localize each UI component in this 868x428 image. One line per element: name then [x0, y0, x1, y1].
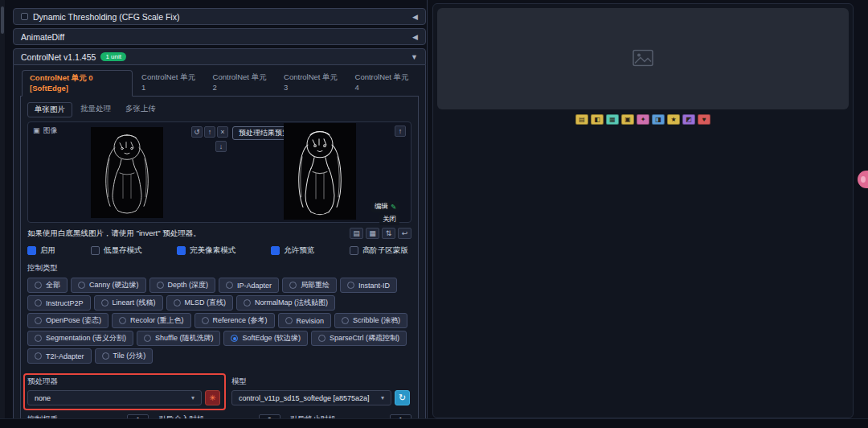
- control-type-openpose[interactable]: OpenPose (姿态): [27, 313, 108, 328]
- control-type-depth[interactable]: Depth (深度): [149, 278, 216, 293]
- tab-controlnet-unit-4[interactable]: ControlNet 单元 4: [348, 70, 417, 96]
- webcam-button[interactable]: [366, 228, 379, 239]
- allow-preview-checkbox[interactable]: 允许预览: [271, 245, 314, 256]
- control-type-instant-id[interactable]: Instant-ID: [340, 278, 397, 293]
- controlnet-unit0-panel: 单张图片 批量处理 多张上传 图像: [20, 97, 419, 428]
- control-type-normalmap[interactable]: NormalMap (法线贴图): [236, 295, 335, 311]
- puzzle-icon: [686, 117, 692, 123]
- control-type-label: 控制类型: [27, 263, 411, 274]
- tab-controlnet-unit-1[interactable]: ControlNet 单元 1: [134, 70, 203, 96]
- source-image[interactable]: [91, 127, 163, 218]
- settings-column: Dynamic Thresholding (CFG Scale Fix) ◀ A…: [13, 8, 426, 428]
- collapse-arrow-icon[interactable]: ▼: [411, 53, 418, 61]
- clear-image-button[interactable]: [217, 126, 228, 138]
- accordion-animatediff[interactable]: AnimateDiff ◀: [13, 28, 426, 45]
- result-gallery[interactable]: [437, 8, 849, 109]
- tab-batch[interactable]: 批量处理: [74, 102, 117, 117]
- refresh-icon: [399, 393, 406, 402]
- control-type-all[interactable]: 全部: [27, 278, 68, 293]
- preprocessor-value: none: [35, 394, 191, 402]
- upload-preview-button[interactable]: [395, 126, 406, 137]
- spark-icon: [209, 394, 215, 402]
- save-image-button[interactable]: [591, 114, 604, 125]
- tab-controlnet-unit-0[interactable]: ControlNet 单元 0 [SoftEdge]: [22, 70, 133, 97]
- revert-button[interactable]: [398, 228, 411, 239]
- mirror-webcam-button[interactable]: [382, 228, 395, 239]
- control-type-scribble[interactable]: Scribble (涂鸦): [334, 313, 407, 328]
- pixel-perfect-checkbox[interactable]: 完美像素模式: [177, 245, 235, 256]
- control-type-t2i-adapter[interactable]: T2I-Adapter: [27, 348, 92, 364]
- revert-icon: [402, 230, 408, 237]
- run-preprocessor-button[interactable]: [205, 390, 220, 405]
- fullscreen-button[interactable]: [204, 126, 215, 138]
- enable-checkbox[interactable]: 启用: [27, 245, 55, 256]
- model-value: control_v11p_sd15_softedge [a8575a2a]: [239, 394, 381, 402]
- control-type-mlsd[interactable]: MLSD (直线): [166, 295, 234, 311]
- discard-image-button[interactable]: [698, 114, 710, 125]
- control-type-softedge[interactable]: SoftEdge (软边缘): [223, 331, 308, 346]
- controlnet-unit-tabs: ControlNet 单元 0 [SoftEdge] ControlNet 单元…: [20, 70, 419, 97]
- app-root: Dynamic Thresholding (CFG Scale Fix) ◀ A…: [0, 0, 868, 428]
- save-zip-button[interactable]: [606, 114, 619, 125]
- control-type-tile[interactable]: Tile (分块): [95, 348, 154, 364]
- close-preview-button[interactable]: 关闭: [379, 214, 399, 225]
- close-label: 关闭: [383, 215, 396, 224]
- accordion-title: ControlNet v1.1.455: [21, 52, 96, 62]
- result-action-buttons: [433, 114, 853, 125]
- model-group: 模型 control_v11p_sd15_softedge [a8575a2a]: [231, 377, 410, 405]
- send-to-upscale-button[interactable]: [667, 114, 680, 125]
- control-type-instructp2p[interactable]: InstructP2P: [27, 295, 91, 311]
- accordion-controlnet[interactable]: ControlNet v1.1.455 1 unit ▼: [13, 48, 426, 65]
- upload-icon: [399, 128, 403, 135]
- controlnet-panel: ControlNet 单元 0 [SoftEdge] ControlNet 单元…: [13, 65, 426, 428]
- control-type-lineart[interactable]: Lineart (线稿): [94, 295, 163, 311]
- footer-bar: [0, 418, 868, 428]
- region-mask-checkbox[interactable]: 高阶子区蒙版: [350, 245, 408, 256]
- control-type-canny[interactable]: Canny (硬边缘): [71, 278, 146, 293]
- undo-button[interactable]: [191, 126, 203, 138]
- hint-row: 如果使用白底黑线图片，请使用 "invert" 预处理器。: [27, 228, 411, 239]
- accordion-title: Dynamic Thresholding (CFG Scale Fix): [33, 12, 407, 22]
- tab-controlnet-unit-3[interactable]: ControlNet 单元 3: [276, 70, 346, 96]
- send-to-extras-button[interactable]: [652, 114, 665, 125]
- image-edit-buttons: [191, 126, 228, 138]
- canvas-toolbar: [350, 228, 411, 239]
- control-type-segmentation[interactable]: Segmentation (语义分割): [27, 331, 133, 346]
- tab-controlnet-unit-2[interactable]: ControlNet 单元 2: [206, 70, 275, 96]
- preprocessor-dropdown[interactable]: none: [27, 390, 202, 405]
- option-checkboxes: 启用 低显存模式 完美像素模式 允许预览: [27, 245, 411, 256]
- control-type-inpaint[interactable]: 局部重绘: [282, 278, 337, 293]
- model-dropdown[interactable]: control_v11p_sd15_softedge [a8575a2a]: [231, 390, 391, 405]
- output-panel: [432, 3, 854, 418]
- control-type-ip-adapter[interactable]: IP-Adapter: [219, 278, 279, 293]
- send-to-img2img-button[interactable]: [621, 114, 634, 125]
- dynamic-thresholding-checkbox[interactable]: [21, 13, 28, 20]
- send-to-controlnet-button[interactable]: [682, 114, 695, 125]
- control-type-revision[interactable]: Revision: [278, 313, 332, 328]
- control-type-shuffle[interactable]: Shuffle (随机洗牌): [137, 331, 220, 346]
- chevron-down-icon: [381, 395, 384, 401]
- collapse-preview-button[interactable]: [215, 141, 227, 152]
- image-canvas[interactable]: 图像: [27, 121, 411, 223]
- tab-single-image[interactable]: 单张图片: [27, 102, 72, 117]
- checkbox-label: 允许预览: [284, 245, 314, 256]
- collapse-arrow-icon[interactable]: ◀: [412, 13, 418, 21]
- preprocessor-preview-image[interactable]: [284, 123, 356, 220]
- page-scrollbar-thumb[interactable]: [1, 6, 4, 34]
- close-icon: [220, 129, 224, 136]
- edit-button[interactable]: 编辑: [371, 201, 399, 212]
- collapse-arrow-icon[interactable]: ◀: [412, 33, 418, 41]
- new-canvas-button[interactable]: [350, 228, 363, 239]
- send-to-inpaint-button[interactable]: [637, 114, 649, 125]
- accordion-dynamic-thresholding[interactable]: Dynamic Thresholding (CFG Scale Fix) ◀: [13, 8, 426, 25]
- low-vram-checkbox[interactable]: 低显存模式: [91, 245, 142, 256]
- tab-multi-upload[interactable]: 多张上传: [119, 102, 162, 117]
- refresh-models-button[interactable]: [395, 390, 410, 405]
- control-type-recolor[interactable]: Recolor (重上色): [112, 313, 191, 328]
- control-type-sparsectrl[interactable]: SparseCtrl (稀疏控制): [311, 331, 407, 346]
- open-folder-button[interactable]: [575, 114, 588, 125]
- side-drawer-handle[interactable]: [858, 171, 868, 188]
- checkbox-label: 高阶子区蒙版: [362, 245, 408, 256]
- page-scrollbar[interactable]: [0, 0, 5, 418]
- control-type-reference[interactable]: Reference (参考): [194, 313, 275, 328]
